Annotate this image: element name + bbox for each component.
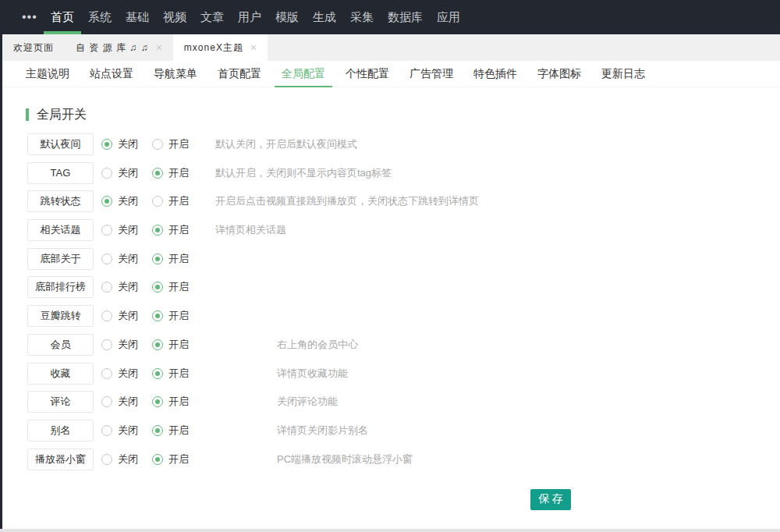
radio-option-off[interactable]: 关闭 (101, 252, 152, 266)
radio-icon[interactable] (101, 139, 112, 150)
theme-tab-特色插件[interactable]: 特色插件 (466, 61, 524, 87)
radio-icon[interactable] (152, 168, 163, 179)
theme-tab-更新日志[interactable]: 更新日志 (594, 61, 652, 87)
radio-option-off[interactable]: 关闭 (101, 309, 152, 323)
radio-option-on[interactable]: 开启 (152, 252, 203, 266)
topnav-item-文章[interactable]: 文章 (200, 0, 224, 34)
radio-label[interactable]: 关闭 (118, 137, 138, 151)
radio-label[interactable]: 开启 (168, 424, 189, 438)
radio-icon[interactable] (152, 254, 163, 264)
radio-option-on[interactable]: 开启 (152, 424, 203, 438)
topnav-item-首页[interactable]: 首页 (51, 0, 74, 34)
topnav-item-系统[interactable]: 系统 (88, 0, 112, 34)
theme-tab-站点设置[interactable]: 站点设置 (83, 61, 140, 87)
tab-close-icon[interactable]: × (250, 42, 257, 53)
radio-option-on[interactable]: 开启 (152, 223, 203, 237)
radio-icon[interactable] (152, 196, 163, 207)
radio-label[interactable]: 关闭 (118, 452, 138, 466)
radio-label[interactable]: 开启 (168, 280, 189, 294)
radio-icon[interactable] (101, 196, 112, 207)
window-tab[interactable]: mxoneX主题× (173, 34, 268, 61)
topnav-item-用户[interactable]: 用户 (238, 0, 261, 34)
window-tab[interactable]: 自 资 源 库 ♫ ♫× (65, 34, 173, 61)
radio-icon[interactable] (152, 282, 163, 293)
radio-option-on[interactable]: 开启 (152, 395, 203, 409)
radio-icon[interactable] (152, 310, 163, 321)
radio-label[interactable]: 开启 (168, 395, 189, 409)
radio-option-off[interactable]: 关闭 (101, 280, 152, 294)
topnav-item-模版[interactable]: 模版 (275, 0, 299, 34)
radio-icon[interactable] (101, 454, 112, 465)
radio-icon[interactable] (152, 396, 163, 407)
radio-option-on[interactable]: 开启 (152, 280, 203, 294)
radio-label[interactable]: 开启 (168, 166, 189, 180)
theme-tab-首页配置[interactable]: 首页配置 (211, 61, 268, 87)
radio-label[interactable]: 开启 (168, 223, 189, 237)
radio-option-off[interactable]: 关闭 (101, 166, 152, 180)
save-button[interactable]: 保存 (530, 489, 571, 510)
theme-tab-导航菜单[interactable]: 导航菜单 (147, 61, 204, 87)
radio-icon[interactable] (152, 339, 163, 350)
radio-option-off[interactable]: 关闭 (101, 194, 152, 208)
radio-icon[interactable] (152, 425, 163, 436)
topnav-item-基础[interactable]: 基础 (126, 0, 149, 34)
radio-option-on[interactable]: 开启 (152, 338, 203, 352)
radio-icon[interactable] (101, 368, 112, 379)
radio-label[interactable]: 关闭 (118, 367, 138, 381)
radio-option-on[interactable]: 开启 (152, 166, 203, 180)
radio-option-off[interactable]: 关闭 (101, 338, 152, 352)
radio-icon[interactable] (101, 168, 112, 179)
radio-icon[interactable] (101, 425, 112, 436)
radio-option-on[interactable]: 开启 (152, 309, 203, 323)
radio-label[interactable]: 开启 (168, 338, 189, 352)
radio-icon[interactable] (152, 454, 163, 465)
theme-tab-个性配置[interactable]: 个性配置 (339, 61, 396, 87)
radio-icon[interactable] (152, 368, 163, 379)
radio-icon[interactable] (101, 282, 112, 293)
theme-tab-主题说明[interactable]: 主题说明 (19, 61, 76, 87)
tab-close-icon[interactable]: × (156, 42, 162, 53)
radio-option-on[interactable]: 开启 (152, 367, 203, 381)
radio-label[interactable]: 开启 (168, 452, 189, 466)
radio-icon[interactable] (101, 254, 112, 264)
radio-label[interactable]: 关闭 (118, 252, 138, 266)
radio-label[interactable]: 关闭 (118, 309, 138, 323)
topnav-item-视频[interactable]: 视频 (163, 0, 186, 34)
radio-label[interactable]: 开启 (168, 137, 189, 151)
theme-tab-广告管理[interactable]: 广告管理 (402, 61, 460, 87)
radio-icon[interactable] (101, 396, 112, 407)
topnav-item-应用[interactable]: 应用 (437, 0, 460, 34)
radio-icon[interactable] (101, 339, 112, 350)
radio-icon[interactable] (152, 139, 163, 150)
radio-label[interactable]: 关闭 (118, 166, 138, 180)
radio-label[interactable]: 关闭 (118, 395, 138, 409)
topnav-item-数据库[interactable]: 数据库 (388, 0, 423, 34)
radio-icon[interactable] (101, 310, 112, 321)
radio-option-off[interactable]: 关闭 (101, 395, 152, 409)
radio-option-off[interactable]: 关闭 (101, 367, 152, 381)
radio-option-off[interactable]: 关闭 (101, 452, 152, 466)
radio-icon[interactable] (101, 225, 112, 236)
radio-label[interactable]: 关闭 (118, 424, 138, 438)
radio-label[interactable]: 开启 (168, 194, 189, 208)
topnav-item-采集[interactable]: 采集 (350, 0, 374, 34)
theme-tab-全局配置[interactable]: 全局配置 (275, 61, 332, 87)
radio-label[interactable]: 开启 (168, 252, 189, 266)
radio-option-off[interactable]: 关闭 (101, 223, 152, 237)
radio-label[interactable]: 开启 (168, 367, 189, 381)
radio-label[interactable]: 关闭 (118, 223, 138, 237)
overflow-menu-icon[interactable]: ••• (22, 0, 37, 34)
radio-option-on[interactable]: 开启 (152, 194, 203, 208)
topnav-item-生成[interactable]: 生成 (313, 0, 336, 34)
radio-label[interactable]: 关闭 (118, 194, 138, 208)
radio-label[interactable]: 开启 (168, 309, 189, 323)
window-tab[interactable]: 欢迎页面 (2, 34, 65, 61)
radio-option-on[interactable]: 开启 (152, 137, 203, 151)
radio-label[interactable]: 关闭 (118, 338, 138, 352)
radio-option-off[interactable]: 关闭 (101, 137, 152, 151)
radio-label[interactable]: 关闭 (118, 280, 138, 294)
radio-option-off[interactable]: 关闭 (101, 424, 152, 438)
radio-option-on[interactable]: 开启 (152, 452, 203, 466)
theme-tab-字体图标[interactable]: 字体图标 (530, 61, 588, 87)
radio-icon[interactable] (152, 225, 163, 236)
